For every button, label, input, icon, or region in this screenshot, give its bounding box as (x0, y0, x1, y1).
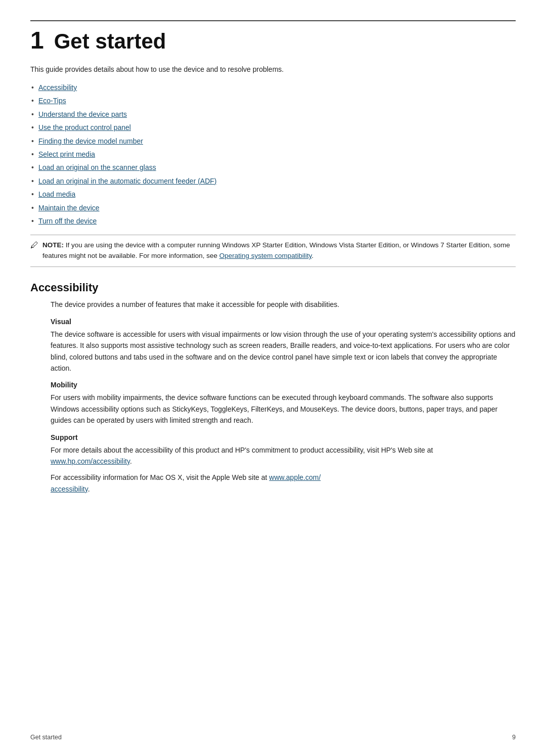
toc-link-load-media[interactable]: Load media (38, 190, 75, 198)
mobility-body: For users with mobility impairments, the… (51, 392, 516, 426)
toc-link-device-parts[interactable]: Understand the device parts (38, 110, 127, 118)
toc-link-accessibility[interactable]: Accessibility (38, 83, 77, 92)
list-item: Maintain the device (30, 202, 516, 213)
list-item: Eco-Tips (30, 95, 516, 106)
mobility-title: Mobility (51, 381, 516, 389)
chapter-title: Get started (54, 29, 166, 54)
toc-link-control-panel[interactable]: Use the product control panel (38, 123, 131, 131)
list-item: Accessibility (30, 82, 516, 93)
support-text-2-after: . (88, 485, 90, 493)
list-item: Turn off the device (30, 215, 516, 227)
list-item: Load media (30, 189, 516, 200)
toc-link-print-media[interactable]: Select print media (38, 150, 95, 158)
support-text-1-after: . (130, 457, 132, 465)
page-footer: Get started 9 (0, 734, 546, 741)
list-item: Load an original on the scanner glass (30, 162, 516, 173)
visual-subsection: Visual The device software is accessible… (51, 318, 516, 374)
chapter-number: 1 (30, 26, 44, 54)
footer-section-label: Get started (30, 734, 62, 741)
note-text-after: . (312, 252, 314, 259)
toc-link-model-number[interactable]: Finding the device model number (38, 137, 143, 145)
visual-body: The device software is accessible for us… (51, 329, 516, 374)
list-item: Select print media (30, 149, 516, 160)
list-item: Understand the device parts (30, 109, 516, 120)
intro-text: This guide provides details about how to… (30, 64, 516, 75)
list-item: Use the product control panel (30, 122, 516, 133)
list-item: Finding the device model number (30, 136, 516, 147)
note-box: 🖊 NOTE: If you are using the device with… (30, 235, 516, 267)
toc-list: Accessibility Eco-Tips Understand the de… (30, 82, 516, 227)
visual-title: Visual (51, 318, 516, 326)
toc-link-scanner-glass[interactable]: Load an original on the scanner glass (38, 163, 156, 171)
toc-link-turn-off[interactable]: Turn off the device (38, 217, 97, 225)
support-text-2: For accessibility information for Mac OS… (51, 473, 269, 481)
note-link[interactable]: Operating system compatibility (219, 252, 312, 259)
note-content: NOTE: If you are using the device with a… (42, 240, 516, 261)
support-body-2: For accessibility information for Mac OS… (51, 472, 516, 495)
note-icon: 🖊 (30, 241, 38, 250)
support-body-1: For more details about the accessibility… (51, 444, 516, 467)
accessibility-intro: The device provides a number of features… (51, 299, 516, 310)
support-subsection: Support For more details about the acces… (51, 433, 516, 495)
support-text-1: For more details about the accessibility… (51, 446, 433, 454)
mobility-subsection: Mobility For users with mobility impairm… (51, 381, 516, 426)
toc-link-eco-tips[interactable]: Eco-Tips (38, 97, 66, 105)
support-title: Support (51, 433, 516, 441)
hp-accessibility-link[interactable]: www.hp.com/accessibility (51, 457, 130, 465)
accessibility-section: Accessibility The device provides a numb… (30, 281, 516, 495)
note-label: NOTE: (42, 241, 64, 249)
list-item: Load an original in the automatic docume… (30, 175, 516, 187)
toc-link-adf[interactable]: Load an original in the automatic docume… (38, 177, 217, 185)
accessibility-title: Accessibility (30, 281, 516, 294)
chapter-header: 1 Get started (30, 20, 516, 54)
toc-link-maintain[interactable]: Maintain the device (38, 204, 100, 212)
footer-page-number: 9 (512, 734, 516, 741)
